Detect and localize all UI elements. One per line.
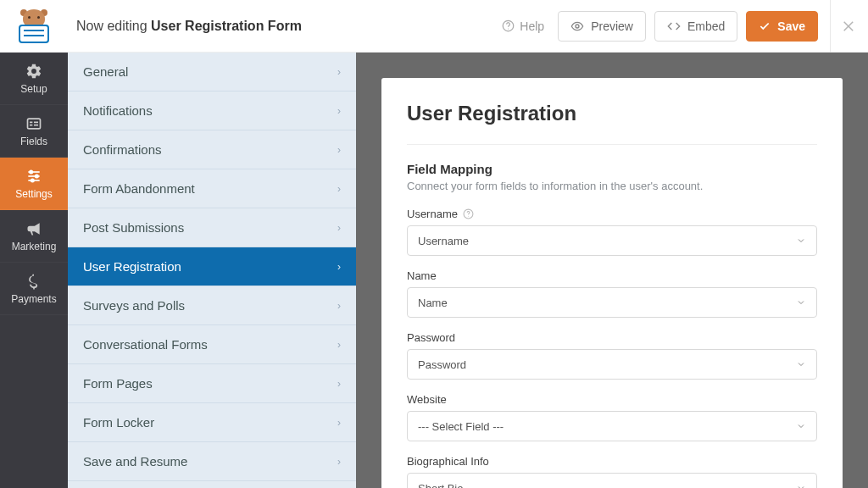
panel-item-general[interactable]: General› (68, 53, 356, 92)
panel-item-form-abandonment[interactable]: Form Abandonment› (68, 169, 356, 208)
field-name: Name Name (407, 269, 817, 318)
panel-label: Form Abandonment (83, 181, 195, 196)
field-label: Website (407, 393, 817, 406)
rail-item-marketing[interactable]: Marketing (0, 210, 68, 263)
field-label: Biographical Info (407, 455, 817, 468)
svg-rect-5 (30, 124, 32, 125)
chevron-right-icon: › (337, 339, 341, 351)
panel-item-notifications[interactable]: Notifications› (68, 92, 356, 130)
chevron-right-icon: › (337, 378, 341, 390)
chevron-right-icon: › (337, 417, 341, 429)
svg-rect-7 (34, 124, 38, 125)
rail-label: Marketing (12, 241, 57, 252)
save-button[interactable]: Save (746, 11, 818, 42)
preview-button[interactable]: Preview (558, 11, 646, 42)
chevron-down-icon (796, 297, 806, 308)
chevron-right-icon: › (337, 144, 341, 156)
rail-label: Setup (20, 83, 47, 95)
field-password: Password Password (407, 331, 817, 380)
chevron-right-icon: › (337, 105, 341, 117)
app-logo (0, 9, 68, 43)
dollar-icon (25, 273, 42, 290)
help-link[interactable]: Help (502, 19, 544, 33)
chevron-down-icon (796, 236, 806, 246)
svg-point-13 (31, 179, 34, 181)
top-bar: Now editing User Registration Form Help … (0, 0, 868, 53)
rail-item-payments[interactable]: Payments (0, 263, 68, 315)
username-select[interactable]: Username (407, 225, 817, 256)
svg-rect-3 (28, 119, 41, 129)
select-value: Name (418, 297, 448, 309)
panel-label: Conversational Forms (83, 337, 208, 352)
name-select[interactable]: Name (407, 287, 817, 318)
select-value: Short Bio (418, 482, 463, 489)
panel-item-form-locker[interactable]: Form Locker› (68, 403, 356, 442)
select-value: Password (418, 358, 466, 371)
field-label: Name (407, 269, 817, 282)
panel-item-post-submissions[interactable]: Post Submissions› (68, 208, 356, 247)
rail-item-fields[interactable]: Fields (0, 105, 68, 158)
rail-item-settings[interactable]: Settings (0, 158, 68, 210)
chevron-right-icon: › (337, 66, 341, 78)
chevron-down-icon (796, 359, 806, 369)
field-bio: Biographical Info Short Bio (407, 455, 817, 488)
panel-item-save-resume[interactable]: Save and Resume› (68, 442, 356, 481)
svg-point-12 (36, 175, 38, 177)
panel-item-form-pages[interactable]: Form Pages› (68, 364, 356, 403)
panel-label: Form Locker (83, 415, 154, 430)
bio-select[interactable]: Short Bio (407, 473, 817, 488)
form-title: User Registration Form (151, 19, 302, 33)
section-title: Field Mapping (407, 162, 817, 176)
chevron-down-icon (796, 483, 806, 488)
panel-item-conversational-forms[interactable]: Conversational Forms› (68, 325, 356, 364)
chevron-right-icon: › (337, 456, 341, 468)
divider (407, 144, 817, 145)
bear-mascot-icon (15, 9, 53, 43)
panel-label: User Registration (83, 259, 181, 274)
rail-label: Payments (11, 293, 56, 305)
save-label: Save (777, 19, 805, 33)
panel-item-user-registration[interactable]: User Registration› (68, 247, 356, 286)
svg-point-1 (508, 28, 509, 29)
check-icon (759, 20, 771, 32)
panel-label: Confirmations (83, 142, 162, 157)
svg-rect-4 (30, 121, 32, 123)
panel-item-surveys-polls[interactable]: Surveys and Polls› (68, 286, 356, 325)
embed-label: Embed (687, 19, 725, 33)
panel-label: Form Pages (83, 376, 153, 391)
settings-panel: General› Notifications› Confirmations› F… (68, 53, 356, 488)
content-frame: User Registration Field Mapping Connect … (356, 53, 868, 488)
list-icon (25, 115, 42, 132)
help-icon (502, 19, 515, 32)
chevron-right-icon: › (337, 261, 341, 273)
panel-label: Save and Resume (83, 454, 187, 469)
website-select[interactable]: --- Select Field --- (407, 411, 817, 441)
rail-item-setup[interactable]: Setup (0, 53, 68, 105)
top-actions: Help Preview Embed Save (502, 11, 830, 42)
field-website: Website --- Select Field --- (407, 393, 817, 441)
panel-label: Notifications (83, 103, 153, 118)
panel-label: General (83, 64, 128, 79)
password-select[interactable]: Password (407, 349, 817, 380)
field-username: Username Username (407, 208, 817, 256)
select-value: --- Select Field --- (418, 420, 504, 433)
eye-icon (570, 19, 584, 33)
embed-button[interactable]: Embed (654, 11, 737, 42)
field-label: Username (407, 208, 817, 220)
select-value: Username (418, 235, 469, 247)
section-description: Connect your form fields to information … (407, 180, 817, 192)
sliders-icon (25, 168, 42, 185)
gear-icon (25, 63, 42, 80)
left-rail: Setup Fields Settings Marketing Payments (0, 53, 68, 488)
help-icon[interactable] (463, 208, 474, 219)
help-label: Help (520, 19, 544, 33)
preview-label: Preview (591, 19, 633, 33)
chevron-down-icon (796, 421, 806, 431)
svg-point-2 (576, 25, 579, 28)
close-button[interactable] (831, 0, 868, 53)
svg-point-15 (468, 216, 469, 217)
panel-item-confirmations[interactable]: Confirmations› (68, 130, 356, 169)
page-title: User Registration (407, 102, 817, 125)
chevron-right-icon: › (337, 222, 341, 234)
editing-prefix: Now editing (76, 19, 151, 33)
